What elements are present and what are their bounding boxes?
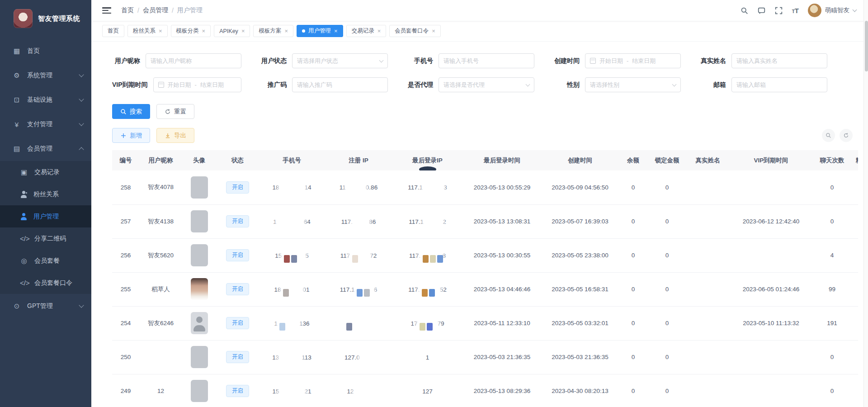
tab-label: 交易记录 [352,27,374,35]
tab-首页[interactable]: 首页 [102,25,124,37]
tab-label: 用户管理 [308,27,331,35]
sidebar-item-会员管理[interactable]: ▤会员管理 [0,137,91,161]
sidebar-item-label: 会员管理 [27,145,52,153]
性别-select[interactable]: 请选择性别 [585,77,681,92]
censor-chip [430,255,436,263]
value-fragment: 127 [422,388,433,395]
censor-blur [351,250,368,261]
sidebar-item-label: 交易记录 [34,168,60,176]
value-fragment: 117.1 [340,286,355,293]
创建时间-daterange[interactable]: 开始日期-结束日期 [585,53,681,68]
sidebar-item-粉丝关系[interactable]: 粉丝关系 [0,183,91,205]
VIP到期时间-daterange[interactable]: 开始日期-结束日期 [153,77,241,92]
tab-交易记录[interactable]: 交易记录× [346,25,387,37]
sidebar-item-label: 基础设施 [27,96,52,104]
chevron-down-icon [79,96,84,101]
tab-粉丝关系[interactable]: 粉丝关系× [127,25,168,37]
tab-APIKey[interactable]: APIKey× [214,25,250,37]
field-用户状态: 用户状态请选择用户状态 [259,53,388,68]
cell-locked: 0 [648,272,686,306]
close-icon[interactable]: × [432,28,435,34]
breadcrumb-home[interactable]: 首页 [121,6,134,14]
cell-phone: 155 [259,238,325,272]
table-row: 256智友5620开启15511772117.82023-05-13 00:30… [112,238,858,272]
search-actions: 搜索 重置 [112,104,868,119]
field-推广码: 推广码请输入推广码 [259,77,388,92]
censor-chip [279,323,285,331]
用户昵称-input[interactable]: 请输入用户昵称 [146,53,241,68]
avatar [191,210,208,232]
avatar [191,244,208,266]
sidebar-item-会员套餐口令[interactable]: </>会员套餐口令 [0,272,91,294]
cell-locked: 0 [648,204,686,238]
cell-vip-expire: 2023-06-05 01:24:46 [729,272,813,306]
cell-nickname: 12 [139,374,182,407]
推广码-input[interactable]: 请输入推广码 [292,77,388,92]
真实姓名-input[interactable]: 请输入真实姓名 [731,53,827,68]
breadcrumb-member[interactable]: 会员管理 [143,6,168,14]
collapse-menu-icon[interactable] [102,7,111,14]
close-icon[interactable]: × [202,28,206,34]
是否代理-select[interactable]: 请选择是否代理 [439,77,534,92]
cell-balance: 0 [618,238,648,272]
sidebar-item-首页[interactable]: ▦首页 [0,39,91,63]
censor-blur [354,216,368,227]
search-icon[interactable] [741,6,749,14]
reset-button[interactable]: 重置 [156,104,194,119]
tab-模板分类[interactable]: 模板分类× [171,25,211,37]
add-button[interactable]: 新增 [112,128,150,143]
cell-status: 开启 [216,340,259,374]
export-button[interactable]: 导出 [156,128,194,143]
avatar [191,278,208,300]
invoice-icon: ▣ [20,168,28,176]
cell-vip-expire [729,238,813,272]
close-icon[interactable]: × [334,28,338,34]
sidebar-item-系统管理[interactable]: ⚙系统管理 [0,63,91,88]
close-icon[interactable]: × [159,28,162,34]
cell-real-name [686,340,729,374]
sidebar-item-分享二维码[interactable]: </>分享二维码 [0,227,91,250]
col-header-状态: 状态 [216,150,259,170]
field-label: VIP到期时间 [112,81,148,89]
cell-created: 2023-05-03 21:36:35 [542,340,618,374]
tab-会员套餐口令[interactable]: 会员套餐口令× [389,25,441,37]
user-avatar [808,4,821,17]
close-icon[interactable]: × [377,28,381,34]
手机号-input[interactable]: 请输入手机号 [439,53,534,68]
censor-blur [280,351,300,363]
active-tab-dot [302,29,305,33]
fullscreen-icon[interactable] [775,6,783,14]
chevron-up-icon [79,147,84,152]
search-button[interactable]: 搜索 [112,104,150,119]
用户状态-select[interactable]: 请选择用户状态 [292,53,388,68]
cell-fans [851,340,858,374]
gear-icon: ⚙ [13,71,21,80]
value-fragment: 2 [443,218,446,225]
scrollbar-thumb[interactable] [865,21,868,71]
message-icon[interactable] [758,6,766,14]
tab-用户管理[interactable]: 用户管理× [297,25,343,37]
close-icon[interactable]: × [284,28,288,34]
table-refresh-icon[interactable] [840,129,853,142]
users-icon [20,191,27,198]
font-size-icon[interactable]: TT [792,7,799,14]
table-search-icon[interactable] [822,129,835,142]
cell-avatar [182,306,216,340]
sidebar-item-GPT管理[interactable]: ⊙GPT管理 [0,294,91,318]
cell-reg-ip: 127.0 [325,340,392,374]
cell-id: 250 [112,340,139,374]
sidebar-item-用户管理[interactable]: 用户管理 [0,205,91,227]
censor-blur [279,317,298,329]
tab-模板方案[interactable]: 模板方案× [253,25,293,37]
window-scrollbar[interactable] [863,0,868,407]
sidebar-item-基础设施[interactable]: ⊡基础设施 [0,88,91,112]
sidebar-item-会员套餐[interactable]: ◎会员套餐 [0,250,91,272]
邮箱-input[interactable]: 请输入邮箱 [731,77,827,92]
cell-phone: 1521 [259,374,325,407]
sidebar-item-交易记录[interactable]: ▣交易记录 [0,161,91,183]
user-menu[interactable]: 萌瞄智友 [808,4,856,17]
sidebar-item-支付管理[interactable]: ¥支付管理 [0,112,91,137]
chevron-down-icon [79,72,84,77]
value-fragment: 21 [305,388,311,394]
close-icon[interactable]: × [241,28,245,34]
